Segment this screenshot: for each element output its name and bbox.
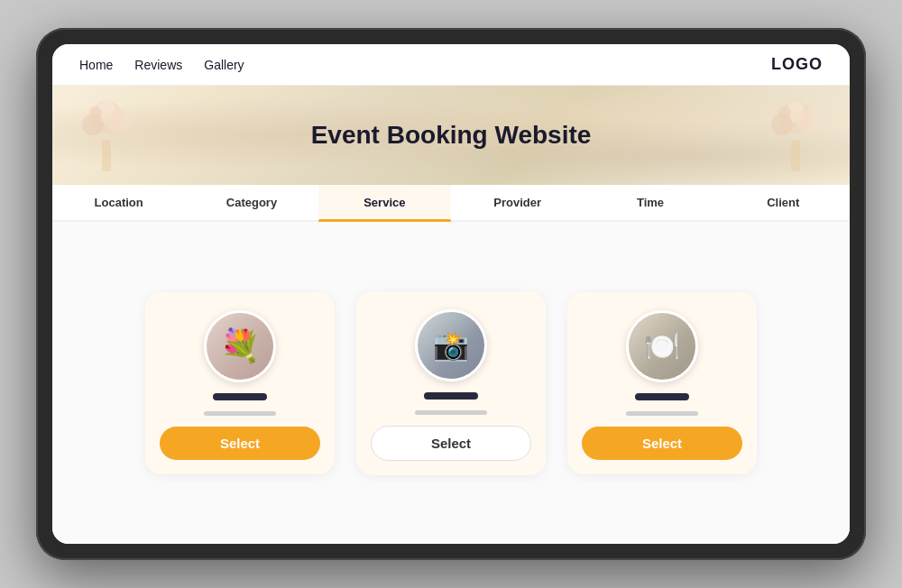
card-3-avatar-image	[629, 313, 695, 380]
nav-reviews[interactable]: Reviews	[134, 58, 182, 72]
card-2-subtitle	[415, 410, 487, 415]
service-card-1: Select	[145, 292, 335, 474]
hero-title: Event Booking Website	[311, 121, 592, 150]
service-card-3: Select	[567, 292, 757, 474]
svg-point-7	[111, 109, 124, 122]
hero-section: Event Booking Website	[52, 86, 850, 185]
browser-window: Home Reviews Gallery LOGO	[52, 44, 850, 544]
card-2-avatar	[415, 309, 487, 381]
card-2-title	[424, 392, 478, 400]
svg-rect-8	[791, 140, 800, 171]
navbar: Home Reviews Gallery LOGO	[52, 44, 850, 86]
tab-provider[interactable]: Provider	[451, 185, 584, 220]
card-3-avatar	[626, 310, 698, 382]
card-3-subtitle	[626, 411, 698, 416]
hero-decor-left	[70, 90, 143, 176]
main-content: Select Select Select	[52, 222, 850, 544]
service-card-2: Select	[356, 291, 546, 475]
card-1-avatar	[204, 310, 276, 382]
select-button-1[interactable]: Select	[160, 427, 320, 460]
nav-gallery[interactable]: Gallery	[204, 58, 244, 72]
svg-point-15	[800, 109, 813, 122]
tab-service[interactable]: Service	[318, 185, 451, 220]
svg-rect-0	[102, 140, 111, 171]
svg-point-14	[778, 106, 791, 119]
card-1-title	[213, 393, 267, 400]
logo: LOGO	[771, 55, 823, 74]
select-button-2[interactable]: Select	[371, 426, 531, 461]
hero-decor-right	[759, 90, 832, 176]
svg-point-5	[101, 112, 112, 123]
card-2-avatar-image	[418, 312, 484, 379]
device-frame: Home Reviews Gallery LOGO	[36, 28, 866, 560]
tab-time[interactable]: Time	[584, 185, 716, 220]
card-3-title	[635, 393, 689, 400]
card-1-subtitle	[204, 411, 276, 416]
select-button-3[interactable]: Select	[582, 427, 742, 460]
nav-links: Home Reviews Gallery	[79, 58, 244, 72]
tab-location[interactable]: Location	[52, 185, 185, 220]
tab-category[interactable]: Category	[185, 185, 318, 220]
svg-point-13	[790, 112, 801, 123]
card-1-avatar-image	[207, 313, 273, 380]
svg-point-6	[89, 106, 102, 119]
tab-client[interactable]: Client	[717, 185, 850, 220]
tabs-bar: Location Category Service Provider Time …	[52, 185, 850, 222]
nav-home[interactable]: Home	[79, 58, 113, 72]
